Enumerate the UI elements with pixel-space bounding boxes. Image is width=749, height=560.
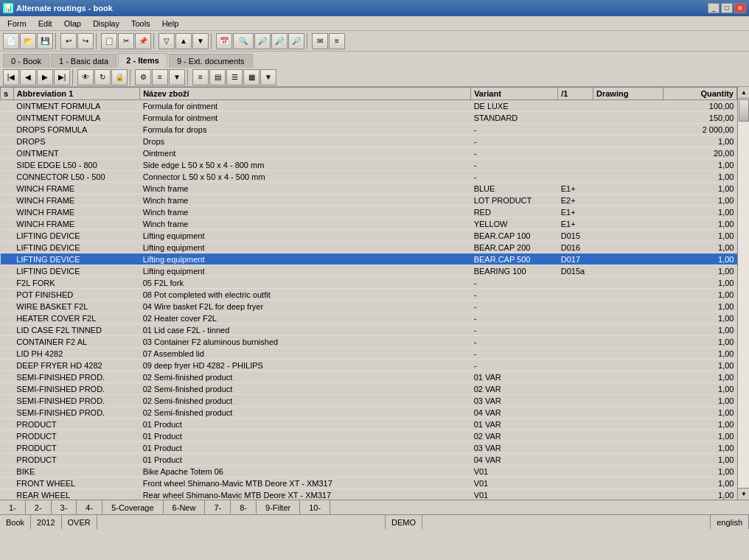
table-row[interactable]: DROPS Drops - 1,00 — [1, 136, 737, 147]
minimize-button[interactable]: _ — [708, 3, 720, 13]
vertical-scrollbar[interactable]: ▲ ▼ — [737, 87, 749, 500]
table-row[interactable]: SEMI-FINISHED PROD. 02 Semi-finished pro… — [1, 383, 737, 395]
nav-last[interactable]: ▶| — [54, 69, 70, 85]
table-row[interactable]: OINTMENT Ointment - 20,00 — [1, 147, 737, 159]
table-scroll[interactable]: s Abbreviation 1 Název zboží Variant /1 … — [0, 87, 749, 500]
scroll-track[interactable] — [738, 99, 749, 488]
table-row[interactable]: OINTMENT FORMULA Formula for ointment DE… — [1, 100, 737, 112]
view-button[interactable]: 👁 — [77, 69, 94, 85]
menu-tools[interactable]: Tools — [125, 18, 156, 29]
table-row[interactable]: SEMI-FINISHED PROD. 02 Semi-finished pro… — [1, 395, 737, 407]
table-row[interactable]: PRODUCT 01 Product 04 VAR 1,00 — [1, 454, 737, 466]
tab-items[interactable]: 2 - Items — [118, 53, 167, 68]
nav-seg3[interactable]: 3- — [52, 500, 77, 514]
table-row[interactable]: WINCH FRAME Winch frame LOT PRODUCT E2+ … — [1, 195, 737, 206]
table-row[interactable]: SIDE EDGE L50 - 800 Side edge L 50 x 50 … — [1, 159, 737, 171]
close-button[interactable]: ✕ — [734, 3, 746, 13]
refresh-button[interactable]: ↻ — [94, 69, 111, 85]
nav-seg1[interactable]: 1- — [0, 500, 26, 514]
nav-seg8[interactable]: 8- — [231, 500, 257, 514]
menu-olap[interactable]: Olap — [58, 18, 87, 29]
search3-button[interactable]: 🔎 — [271, 33, 288, 49]
nav-seg5[interactable]: 5-Coverage — [102, 500, 163, 514]
table-row[interactable]: LIFTING DEVICE Lifting equipment BEAR.CA… — [1, 253, 737, 265]
table-row[interactable]: WINCH FRAME Winch frame YELLOW E1+ 1,00 — [1, 218, 737, 230]
nav-seg2[interactable]: 2- — [26, 500, 52, 514]
action3-button[interactable]: ☰ — [226, 69, 243, 85]
config2-button[interactable]: ≡ — [152, 69, 168, 85]
table-row[interactable]: OINTMENT FORMULA Formula for ointment ST… — [1, 112, 737, 124]
sort-down-button[interactable]: ▼ — [192, 33, 209, 49]
menu-form[interactable]: Form — [1, 18, 32, 29]
calendar-button[interactable]: 📅 — [216, 33, 232, 49]
table-row[interactable]: WINCH FRAME Winch frame RED E1+ 1,00 — [1, 206, 737, 218]
new-button[interactable]: 📄 — [3, 33, 19, 49]
table-row[interactable]: FRONT WHEEL Front wheel Shimano-Mavic MT… — [1, 477, 737, 489]
table-row[interactable]: REAR WHEEL Rear wheel Shimano-Mavic MTB … — [1, 489, 737, 500]
col-header-drawing[interactable]: Drawing — [593, 88, 663, 100]
tab-ext-documents[interactable]: 9 - Ext. documents — [169, 54, 253, 68]
nav-next[interactable]: ▶ — [37, 69, 53, 85]
nav-prev[interactable]: ◀ — [20, 69, 36, 85]
config3-button[interactable]: ▼ — [169, 69, 185, 85]
table-row[interactable]: DEEP FRYER HD 4282 09 deep fryer HD 4282… — [1, 360, 737, 371]
table-row[interactable]: LIFTING DEVICE Lifting equipment BEAR.CA… — [1, 230, 737, 242]
table-row[interactable]: POT FINISHED 08 Pot completed with elect… — [1, 289, 737, 301]
table-row[interactable]: PRODUCT 01 Product 02 VAR 1,00 — [1, 430, 737, 442]
sort-up-button[interactable]: ▲ — [175, 33, 192, 49]
copy-button[interactable]: 📋 — [101, 33, 117, 49]
col-header-variant[interactable]: Variant — [471, 88, 558, 100]
nav-seg7[interactable]: 7- — [205, 500, 231, 514]
table-row[interactable]: LIFTING DEVICE Lifting equipment BEARING… — [1, 265, 737, 277]
paste-button[interactable]: 📌 — [135, 33, 151, 49]
table-row[interactable]: CONNECTOR L50 - 500 Connector L 50 x 50 … — [1, 171, 737, 183]
open-button[interactable]: 📂 — [20, 33, 36, 49]
search4-button[interactable]: 🔎 — [288, 33, 304, 49]
save-button[interactable]: 💾 — [37, 33, 53, 49]
tab-book[interactable]: 0 - Book — [3, 54, 49, 68]
search2-button[interactable]: 🔎 — [254, 33, 271, 49]
nav-seg10[interactable]: 10- — [300, 500, 330, 514]
nav-seg6[interactable]: 6-New — [164, 500, 206, 514]
extra-button[interactable]: ≡ — [329, 33, 345, 49]
maximize-button[interactable]: □ — [721, 3, 733, 13]
table-row[interactable]: SEMI-FINISHED PROD. 02 Semi-finished pro… — [1, 407, 737, 419]
table-row[interactable]: BIKE Bike Apache Totem 06 V01 1,00 — [1, 466, 737, 477]
tab-basic-data[interactable]: 1 - Basic data — [51, 54, 116, 68]
filter-button[interactable]: ▽ — [158, 33, 175, 49]
scroll-up-btn[interactable]: ▲ — [738, 87, 749, 99]
lock-button[interactable]: 🔒 — [111, 69, 128, 85]
table-row[interactable]: F2L FORK 05 F2L fork - 1,00 — [1, 277, 737, 289]
nav-first[interactable]: |◀ — [3, 69, 19, 85]
mail-button[interactable]: ✉ — [312, 33, 328, 49]
table-row[interactable]: PRODUCT 01 Product 03 VAR 1,00 — [1, 442, 737, 454]
table-row[interactable]: DROPS FORMULA Formula for drops - 2 000,… — [1, 124, 737, 136]
table-row[interactable]: CONTAINER F2 AL 03 Container F2 aluminou… — [1, 336, 737, 348]
table-row[interactable]: WIRE BASKET F2L 04 Wire basket F2L for d… — [1, 301, 737, 312]
search-button[interactable]: 🔍 — [233, 33, 254, 49]
table-row[interactable]: LID CASE F2L TINNED 01 Lid case F2L - ti… — [1, 324, 737, 336]
table-row[interactable]: PRODUCT 01 Product 01 VAR 1,00 — [1, 419, 737, 430]
table-row[interactable]: WINCH FRAME Winch frame BLUE E1+ 1,00 — [1, 183, 737, 195]
nav-seg9[interactable]: 9-Filter — [257, 500, 300, 514]
col-header-abbr[interactable]: Abbreviation 1 — [13, 88, 139, 100]
menu-edit[interactable]: Edit — [32, 18, 58, 29]
nav-seg4[interactable]: 4- — [77, 500, 102, 514]
scroll-down-btn[interactable]: ▼ — [738, 488, 749, 500]
table-row[interactable]: HEATER COVER F2L 02 Heater cover F2L - 1… — [1, 312, 737, 324]
table-row[interactable]: LIFTING DEVICE Lifting equipment BEAR.CA… — [1, 242, 737, 253]
col-header-qty[interactable]: Quantity — [663, 88, 736, 100]
action1-button[interactable]: ≡ — [192, 69, 209, 85]
action5-button[interactable]: ▼ — [260, 69, 276, 85]
menu-help[interactable]: Help — [156, 18, 185, 29]
menu-display[interactable]: Display — [87, 18, 125, 29]
config1-button[interactable]: ⚙ — [135, 69, 151, 85]
cut-button[interactable]: ✂ — [118, 33, 134, 49]
action2-button[interactable]: ▤ — [209, 69, 226, 85]
redo-button[interactable]: ↪ — [77, 33, 94, 49]
undo-button[interactable]: ↩ — [60, 33, 77, 49]
scroll-thumb[interactable] — [739, 99, 749, 122]
col-header-name[interactable]: Název zboží — [140, 88, 471, 100]
table-row[interactable]: LID PH 4282 07 Assembled lid - 1,00 — [1, 348, 737, 360]
action4-button[interactable]: ▦ — [243, 69, 259, 85]
